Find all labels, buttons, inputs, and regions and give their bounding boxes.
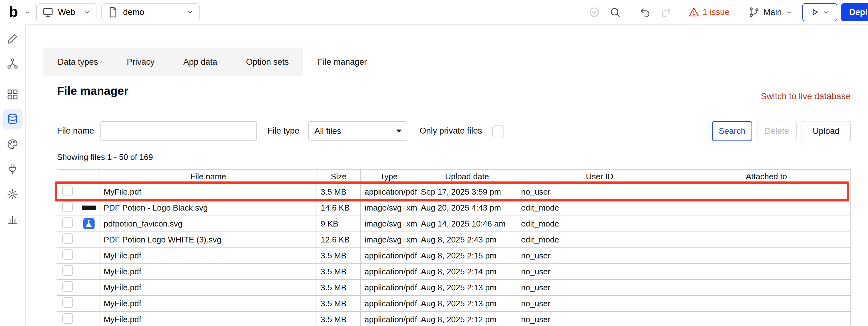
branch-label: Main (764, 7, 782, 17)
cell-user-id: no_user (517, 312, 682, 326)
issues-label: 1 issue (703, 7, 730, 17)
tab-option-sets[interactable]: Option sets (232, 47, 303, 76)
tab-data-types[interactable]: Data types (43, 47, 113, 76)
file-thumbnail (78, 232, 100, 247)
cell-user-id: edit_mode (517, 216, 682, 232)
cell-size: 12.6 KB (317, 232, 361, 248)
table-row: pdfpotion_favicon.svg 9 KB image/svg+xml… (57, 216, 851, 232)
row-checkbox[interactable] (62, 233, 73, 244)
sidebar-item-workflow[interactable] (2, 54, 23, 73)
chevron-down-icon[interactable] (24, 8, 31, 17)
cell-upload-date: Aug 20, 2025 4:43 pm (417, 200, 517, 216)
black-logo-thumbnail (82, 205, 96, 210)
file-type-select[interactable]: All files (308, 121, 407, 141)
preview-button[interactable] (802, 3, 837, 21)
cell-attached-to (682, 264, 851, 280)
page-selector[interactable]: demo (101, 3, 200, 21)
check-circle-icon[interactable] (589, 7, 600, 19)
cell-upload-date: Aug 8, 2025 2:12 pm (417, 312, 517, 326)
chevron-down-icon (83, 8, 91, 16)
header-upload-date: Upload date (417, 170, 517, 184)
only-private-checkbox[interactable] (492, 126, 504, 137)
cell-user-id: no_user (517, 264, 682, 280)
cell-type: application/pdf (361, 248, 417, 264)
row-checkbox[interactable] (62, 249, 73, 260)
cell-user-id: edit_mode (517, 200, 682, 216)
row-checkbox[interactable] (62, 281, 73, 292)
cell-type: application/pdf (361, 312, 417, 326)
switch-to-live-link[interactable]: Switch to live database (761, 91, 850, 101)
row-checkbox[interactable] (62, 265, 73, 276)
deploy-button[interactable]: Deploy (841, 3, 868, 21)
platform-selector[interactable]: Web (36, 3, 96, 21)
cell-upload-date: Aug 8, 2025 2:14 pm (417, 264, 517, 280)
delete-button[interactable]: Delete (757, 121, 797, 141)
table-row: MyFile.pdf 3.5 MB application/pdf Aug 8,… (57, 264, 851, 280)
cell-size: 3.5 MB (317, 184, 361, 200)
search-icon[interactable] (609, 7, 621, 19)
file-type-selected-value: All files (314, 126, 341, 136)
cell-type: application/pdf (361, 280, 417, 296)
cell-attached-to (682, 184, 851, 200)
table-row: MyFile.pdf 3.5 MB application/pdf Sep 17… (57, 184, 851, 200)
file-thumbnail (78, 184, 100, 199)
cell-size: 3.5 MB (317, 248, 361, 264)
row-checkbox[interactable] (62, 201, 73, 212)
cell-file-name: MyFile.pdf (100, 296, 317, 312)
cell-type: image/svg+xml (361, 200, 417, 216)
cell-file-name: MyFile.pdf (100, 280, 317, 296)
row-checkbox[interactable] (62, 218, 73, 228)
row-checkbox[interactable] (62, 297, 73, 308)
cell-size: 3.5 MB (317, 264, 361, 280)
cell-upload-date: Aug 8, 2025 2:13 pm (417, 296, 517, 312)
tab-app-data[interactable]: App data (169, 47, 232, 76)
page-label: demo (123, 7, 144, 17)
file-thumbnail (78, 248, 100, 262)
row-checkbox[interactable] (62, 186, 73, 196)
redo-icon[interactable] (661, 7, 672, 19)
cell-user-id: edit_mode (517, 232, 682, 248)
tab-file-manager[interactable]: File manager (303, 47, 381, 76)
issues-badge[interactable]: 1 issue (688, 0, 730, 24)
sidebar-item-logs[interactable] (2, 209, 23, 230)
cell-type: application/pdf (361, 184, 417, 200)
header-icon-col (78, 170, 100, 184)
play-icon (810, 7, 819, 17)
sidebar-item-plugins[interactable] (2, 159, 23, 179)
header-file-name: File name (100, 170, 317, 184)
undo-icon[interactable] (640, 7, 651, 19)
file-name-input[interactable] (100, 121, 257, 141)
cell-size: 9 KB (317, 216, 361, 232)
bubble-editor-window: b Web demo 1 issue (0, 0, 868, 326)
workflow-icon (7, 58, 19, 69)
file-table: File name Size Type Upload date User ID … (57, 169, 851, 326)
row-checkbox[interactable] (62, 313, 73, 324)
palette-icon (7, 138, 19, 150)
cell-type: image/svg+xml (361, 216, 417, 232)
cell-file-name: MyFile.pdf (100, 312, 317, 326)
cell-file-name: PDF Potion - Logo Black.svg (100, 200, 317, 216)
pencil-icon (7, 33, 19, 45)
platform-label: Web (58, 7, 75, 17)
cell-attached-to (682, 280, 851, 296)
search-button[interactable]: Search (712, 121, 752, 141)
sidebar-item-components[interactable] (2, 84, 23, 104)
cell-user-id: no_user (517, 248, 682, 264)
table-row: PDF Potion Logo WHITE (3).svg 12.6 KB im… (57, 232, 851, 248)
results-summary: Showing files 1 - 50 of 169 (57, 152, 153, 162)
warning-triangle-icon (688, 7, 700, 18)
tab-privacy[interactable]: Privacy (113, 47, 169, 76)
table-header-row: File name Size Type Upload date User ID … (57, 170, 851, 184)
file-thumbnail (78, 312, 100, 326)
file-thumbnail (78, 280, 100, 294)
sidebar-item-data[interactable] (2, 109, 23, 129)
upload-button[interactable]: Upload (802, 121, 850, 141)
sidebar-item-settings[interactable] (2, 184, 23, 204)
sidebar-item-styles[interactable] (2, 134, 23, 154)
cell-size: 14.6 KB (317, 200, 361, 216)
cell-file-name: pdfpotion_favicon.svg (100, 216, 317, 232)
bubble-logo[interactable]: b (9, 2, 18, 22)
tab-bar: Data types Privacy App data Option sets … (43, 47, 381, 76)
branch-selector[interactable]: Main (748, 0, 793, 24)
sidebar-item-design[interactable] (2, 29, 23, 49)
